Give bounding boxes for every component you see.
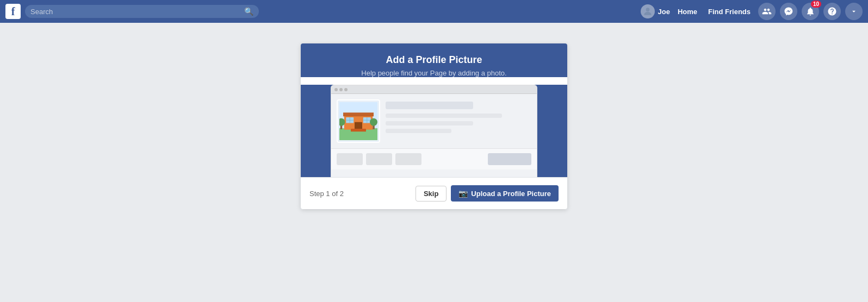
mock-name-bar xyxy=(386,102,473,109)
mock-dot-1 xyxy=(334,88,338,91)
page-content: Add a Profile Picture Help people find y… xyxy=(0,0,868,302)
mock-actions xyxy=(331,148,537,169)
navbar-left: f 🔍 xyxy=(5,4,259,19)
mock-action-btn-wide xyxy=(488,153,531,165)
mock-profile-pic xyxy=(337,99,380,143)
mock-line-3 xyxy=(386,129,451,133)
account-menu-button[interactable] xyxy=(845,3,863,20)
svg-rect-5 xyxy=(355,122,362,130)
card-header: Add a Profile Picture Help people find y… xyxy=(301,43,567,77)
footer-buttons: Skip 📷 Upload a Profile Picture xyxy=(416,185,559,202)
card-title: Add a Profile Picture xyxy=(309,54,559,66)
camera-icon: 📷 xyxy=(458,189,468,198)
mock-content xyxy=(331,94,537,148)
search-input[interactable] xyxy=(30,8,241,16)
upload-profile-picture-button[interactable]: 📷 Upload a Profile Picture xyxy=(451,185,559,202)
add-profile-picture-card: Add a Profile Picture Help people find y… xyxy=(301,43,567,209)
facebook-logo[interactable]: f xyxy=(5,4,21,19)
search-bar-container: 🔍 xyxy=(25,5,259,18)
upload-label: Upload a Profile Picture xyxy=(471,190,551,198)
user-name-label: Joe xyxy=(658,8,669,16)
mock-line-1 xyxy=(386,114,502,118)
notification-badge: 10 xyxy=(811,1,821,8)
svg-rect-16 xyxy=(351,129,366,131)
preview-container xyxy=(301,85,567,177)
mock-action-btn-1 xyxy=(337,153,363,165)
skip-button[interactable]: Skip xyxy=(416,186,447,202)
svg-point-0 xyxy=(646,8,650,11)
mock-action-btn-2 xyxy=(366,153,392,165)
messenger-button[interactable] xyxy=(780,3,797,20)
svg-rect-4 xyxy=(343,112,374,116)
home-nav-link[interactable]: Home xyxy=(674,5,700,18)
mock-avatar-area xyxy=(337,99,380,143)
store-illustration xyxy=(339,102,377,140)
notifications-button[interactable]: 10 xyxy=(802,3,819,20)
navbar-right: Joe Home Find Friends 10 xyxy=(641,3,863,20)
card-subtitle: Help people find your Page by adding a p… xyxy=(309,69,559,77)
mock-dot-2 xyxy=(339,88,343,91)
svg-point-15 xyxy=(370,118,377,126)
user-profile-nav[interactable]: Joe xyxy=(641,4,669,18)
mock-right xyxy=(386,99,531,143)
mock-browser xyxy=(331,85,537,177)
mock-action-btn-3 xyxy=(395,153,421,165)
avatar xyxy=(641,4,655,18)
mock-browser-bar xyxy=(331,85,537,94)
friend-requests-button[interactable] xyxy=(758,3,776,20)
search-icon: 🔍 xyxy=(244,7,253,16)
card-footer: Step 1 of 2 Skip 📷 Upload a Profile Pict… xyxy=(301,177,567,209)
mock-dot-3 xyxy=(344,88,348,91)
step-label: Step 1 of 2 xyxy=(309,190,344,198)
find-friends-nav-link[interactable]: Find Friends xyxy=(705,5,754,18)
mock-line-2 xyxy=(386,121,473,125)
help-button[interactable] xyxy=(823,3,841,20)
navbar: f 🔍 Joe Home Find Friends xyxy=(0,0,868,23)
